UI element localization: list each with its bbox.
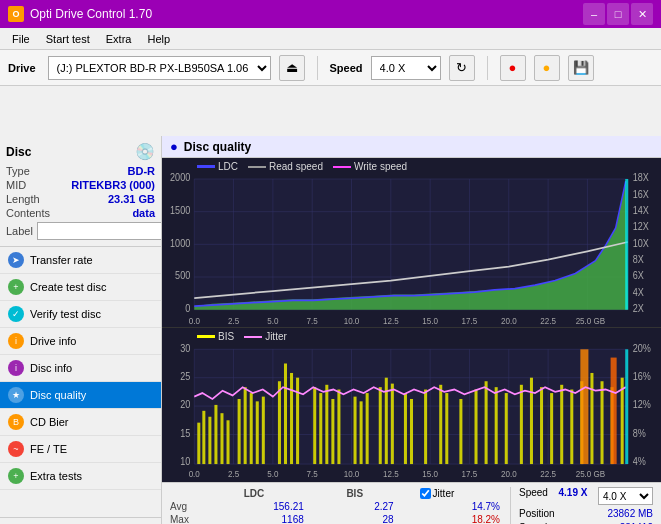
max-ldc: 1168 [198,513,310,524]
minimize-button[interactable]: – [583,3,605,25]
yellow-circle-button[interactable]: ● [534,55,560,81]
chart-header: ● Disc quality [162,136,661,158]
svg-rect-95 [256,402,259,465]
extra-tests-icon: + [8,468,24,484]
svg-text:1500: 1500 [170,204,191,216]
contents-label: Contents [6,207,50,219]
avg-jitter: 14.7% [414,500,506,513]
svg-text:20%: 20% [633,342,651,354]
svg-text:12.5: 12.5 [383,469,399,480]
verify-test-icon: ✓ [8,306,24,322]
type-value: BD-R [128,165,156,177]
ldc-legend-line [197,165,215,168]
menu-start-test[interactable]: Start test [38,31,98,47]
svg-text:4%: 4% [633,456,646,468]
svg-rect-98 [284,364,287,465]
bottom-chart-legend: BIS Jitter [197,331,287,342]
jitter-label[interactable]: Jitter [420,488,500,499]
svg-rect-93 [244,387,247,464]
speed-label: Speed [519,487,548,505]
sidebar-item-transfer-rate[interactable]: ➤ Transfer rate [0,247,161,274]
drive-select[interactable]: (J:) PLEXTOR BD-R PX-LB950SA 1.06 [48,56,271,80]
svg-rect-96 [262,397,265,464]
disc-info-icon: i [8,360,24,376]
disc-panel: Disc 💿 Type BD-R MID RITEKBR3 (000) Leng… [0,136,161,247]
svg-text:1000: 1000 [170,237,191,249]
svg-rect-94 [250,393,253,464]
svg-text:0.0: 0.0 [189,315,200,326]
window-controls: – □ ✕ [583,3,653,25]
svg-rect-92 [238,399,241,464]
jitter-col-header: Jitter [414,487,506,500]
read-legend-line [248,166,266,168]
jitter-checkbox[interactable] [420,488,431,499]
svg-rect-112 [404,393,407,464]
mid-value: RITEKBR3 (000) [71,179,155,191]
menu-extra[interactable]: Extra [98,31,140,47]
sidebar-item-drive-info[interactable]: i Drive info [0,328,161,355]
drive-info-label: Drive info [30,335,76,347]
transfer-rate-label: Transfer rate [30,254,93,266]
svg-rect-119 [485,381,488,464]
menu-file[interactable]: File [4,31,38,47]
speed-dropdown[interactable]: 4.0 X [598,487,653,505]
chart-area: ● Disc quality LDC Read speed [162,136,661,524]
top-chart-legend: LDC Read speed Write speed [197,161,407,172]
svg-text:10X: 10X [633,237,650,249]
bis-legend-line [197,335,215,338]
label-input[interactable] [37,222,162,240]
drive-label: Drive [8,62,36,74]
save-button[interactable]: 💾 [568,55,594,81]
refresh-button[interactable]: ↻ [449,55,475,81]
sidebar-item-disc-info[interactable]: i Disc info [0,355,161,382]
svg-rect-99 [290,373,293,464]
position-row: Position 23862 MB [519,508,653,519]
svg-rect-116 [445,393,448,464]
svg-text:17.5: 17.5 [462,315,478,326]
sidebar-item-cd-bier[interactable]: B CD Bier [0,409,161,436]
svg-text:0.0: 0.0 [189,469,200,480]
svg-text:20.0: 20.0 [501,469,517,480]
svg-rect-126 [560,385,563,464]
sidebar-item-verify-test-disc[interactable]: ✓ Verify test disc [0,301,161,328]
position-value: 23862 MB [607,508,653,519]
create-test-label: Create test disc [30,281,106,293]
disc-quality-icon: ★ [8,387,24,403]
maximize-button[interactable]: □ [607,3,629,25]
svg-rect-103 [325,385,328,464]
svg-text:7.5: 7.5 [307,315,318,326]
svg-rect-106 [354,397,357,464]
stats-row-max: Max 1168 28 18.2% [170,513,506,524]
sidebar: Disc 💿 Type BD-R MID RITEKBR3 (000) Leng… [0,136,162,524]
sidebar-item-extra-tests[interactable]: + Extra tests [0,463,161,490]
red-circle-button[interactable]: ● [500,55,526,81]
write-legend-text: Write speed [354,161,407,172]
speed-select[interactable]: 4.0 X [371,56,441,80]
jitter-legend: Jitter [244,331,287,342]
bis-col-header: BIS [310,487,400,500]
toolbar-separator [317,56,318,80]
sidebar-item-disc-quality[interactable]: ★ Disc quality [0,382,161,409]
svg-rect-107 [360,402,363,465]
menu-help[interactable]: Help [139,31,178,47]
read-legend-text: Read speed [269,161,323,172]
stats-table: LDC BIS Jitter [170,487,506,524]
svg-rect-114 [424,390,427,465]
ldc-legend: LDC [197,161,238,172]
svg-text:15.0: 15.0 [422,315,438,326]
mid-label: MID [6,179,26,191]
svg-rect-91 [227,420,230,464]
svg-text:10.0: 10.0 [344,469,360,480]
sidebar-item-fe-te[interactable]: ~ FE / TE [0,436,161,463]
sidebar-item-create-test-disc[interactable]: + Create test disc [0,274,161,301]
svg-rect-115 [439,385,442,464]
eject-button[interactable]: ⏏ [279,55,305,81]
svg-rect-130 [601,381,604,464]
svg-text:2000: 2000 [170,172,191,184]
close-button[interactable]: ✕ [631,3,653,25]
drive-info-icon: i [8,333,24,349]
svg-text:14X: 14X [633,204,650,216]
svg-text:8%: 8% [633,427,646,439]
disc-info-label: Disc info [30,362,72,374]
length-label: Length [6,193,40,205]
